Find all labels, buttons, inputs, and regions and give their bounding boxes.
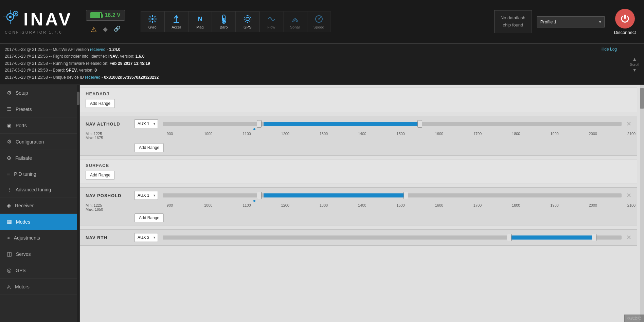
nav-poshold-aux-select[interactable]: AUX 1AUX 2AUX 3AUX 4 bbox=[135, 191, 158, 200]
sidebar-item-receiver[interactable]: ◈ Receiver bbox=[0, 197, 79, 214]
svg-text:N: N bbox=[198, 16, 202, 22]
sidebar-label-failsafe: Failsafe bbox=[15, 155, 32, 161]
nav-rth-left-handle[interactable] bbox=[507, 234, 512, 241]
battery-block: 16.2 V bbox=[86, 10, 125, 21]
flow-icon bbox=[267, 14, 276, 24]
sidebar-item-pid-tuning[interactable]: ≡ PID tuning bbox=[0, 166, 79, 182]
nav-althold-aux-select[interactable]: AUX 1AUX 2AUX 3AUX 4 bbox=[135, 119, 158, 128]
scroll-area: ▲ Scroll ▼ bbox=[630, 56, 639, 73]
content-scrollbar[interactable] bbox=[640, 85, 644, 322]
nav-poshold-position-indicator bbox=[253, 200, 255, 202]
modes-icon: ▦ bbox=[7, 219, 12, 225]
dataflash-area: No dataflash chip found bbox=[494, 10, 532, 33]
sidebar: ⚙ Setup ☰ Presets ◉ Ports ⚙ Configuratio… bbox=[0, 85, 80, 322]
svg-point-16 bbox=[151, 18, 154, 20]
sidebar-item-gps[interactable]: ◎ GPS bbox=[0, 262, 79, 279]
disconnect-label: Disconnect bbox=[614, 30, 636, 35]
nav-rth-name: NAV RTH bbox=[86, 235, 130, 240]
sensor-tab-flow[interactable]: Flow bbox=[260, 11, 283, 32]
battery-area: 16.2 V ⚠ ◆ 🔗 bbox=[86, 10, 125, 34]
surface-add-range-button[interactable]: Add Range bbox=[86, 171, 115, 179]
accel-icon bbox=[172, 14, 181, 24]
nav-althold-slider[interactable] bbox=[163, 119, 622, 128]
sensor-tab-speed[interactable]: Speed bbox=[307, 11, 331, 32]
nav-poshold-section: NAV POSHOLD AUX 1AUX 2AUX 3AUX 4 ✕ bbox=[80, 187, 637, 226]
nav-poshold-ruler: 900 1000 1100 1200 1300 1400 1500 1600 1… bbox=[170, 203, 631, 211]
adjustments-icon: ≈ bbox=[7, 235, 10, 241]
nav-althold-left-handle[interactable] bbox=[257, 120, 262, 128]
nav-rth-slider[interactable] bbox=[163, 233, 622, 242]
nav-poshold-right-handle[interactable] bbox=[404, 192, 408, 199]
nav-althold-aux-select-wrap: AUX 1AUX 2AUX 3AUX 4 bbox=[135, 119, 158, 128]
sidebar-label-servos: Servos bbox=[16, 251, 31, 257]
nav-poshold-slider[interactable] bbox=[163, 191, 622, 200]
svg-point-25 bbox=[244, 16, 251, 22]
sensor-tab-accel[interactable]: Accel bbox=[164, 11, 188, 32]
nav-althold-right-handle[interactable] bbox=[417, 120, 422, 128]
speed-icon bbox=[314, 14, 324, 24]
logo-area: INAV CONFIGURATOR 1.7.0 bbox=[3, 9, 72, 34]
presets-icon: ☰ bbox=[7, 106, 12, 112]
nav-rth-aux-select[interactable]: AUX 1AUX 2AUX 3AUX 4 bbox=[135, 233, 158, 242]
sidebar-item-motors[interactable]: ◬ Motors bbox=[0, 279, 79, 295]
sidebar-item-adjustments[interactable]: ≈ Adjustments bbox=[0, 230, 79, 246]
nav-rth-delete-button[interactable]: ✕ bbox=[626, 234, 631, 241]
gps-sidebar-icon: ◎ bbox=[7, 267, 12, 273]
scroll-down-arrow[interactable]: ▼ bbox=[632, 67, 637, 73]
nav-poshold-add-range-button[interactable]: Add Range bbox=[135, 213, 164, 222]
nav-althold-delete-button[interactable]: ✕ bbox=[626, 121, 631, 127]
sensor-tab-gps[interactable]: GPS bbox=[236, 11, 260, 32]
motors-icon: ◬ bbox=[7, 283, 11, 290]
svg-point-31 bbox=[318, 18, 320, 20]
headadj-name: HEADADJ bbox=[86, 91, 130, 96]
sidebar-item-presets[interactable]: ☰ Presets bbox=[0, 101, 79, 117]
gyro-label: Gyro bbox=[148, 25, 157, 29]
sidebar-item-ports[interactable]: ◉ Ports bbox=[0, 117, 79, 134]
log-line-2: 2017-05-23 @ 21:25:56 -- Flight controll… bbox=[5, 53, 639, 60]
content: HEADADJ Add Range NAV ALTHOLD AUX 1AUX 2… bbox=[80, 85, 644, 322]
sidebar-label-motors: Motors bbox=[15, 284, 30, 289]
nav-althold-ruler: 900 1000 1100 1200 1300 1400 1500 1600 1… bbox=[170, 132, 631, 140]
sensor-tab-sonar[interactable]: Sonar bbox=[283, 11, 307, 32]
surface-name: SURFACE bbox=[86, 163, 130, 168]
sidebar-label-adjustments: Adjustments bbox=[14, 235, 40, 241]
sidebar-item-failsafe[interactable]: ⊕ Failsafe bbox=[0, 150, 79, 166]
svg-point-24 bbox=[246, 17, 249, 21]
sensor-tab-gyro[interactable]: Gyro bbox=[141, 11, 164, 32]
sidebar-label-presets: Presets bbox=[16, 107, 32, 112]
sidebar-label-modes: Modes bbox=[16, 219, 30, 225]
warning-icon[interactable]: ⚠ bbox=[91, 25, 97, 34]
log-line-1: 2017-05-23 @ 21:25:55 -- MultiWii API ve… bbox=[5, 46, 639, 53]
sidebar-item-modes[interactable]: ▦ Modes bbox=[0, 214, 79, 230]
headadj-add-range-button[interactable]: Add Range bbox=[86, 99, 115, 108]
watermark: 模友之吧 bbox=[624, 315, 644, 322]
hide-log-button[interactable]: Hide Log bbox=[601, 47, 617, 52]
sidebar-item-setup[interactable]: ⚙ Setup bbox=[0, 85, 79, 101]
log-line-4: 2017-05-23 @ 21:25:58 -- Board: SPEV, ve… bbox=[5, 67, 639, 74]
sidebar-item-configuration[interactable]: ⚙ Configuration bbox=[0, 134, 79, 150]
sensor-tab-baro[interactable]: Baro bbox=[212, 11, 236, 32]
profile-select-container: Profile 1 Profile 2 Profile 3 ▼ bbox=[537, 16, 605, 27]
sidebar-label-pid-tuning: PID tuning bbox=[14, 171, 36, 177]
nav-poshold-left-handle[interactable] bbox=[257, 192, 262, 199]
sensor-tab-mag[interactable]: N Mag bbox=[188, 11, 212, 32]
sidebar-item-servos[interactable]: ◫ Servos bbox=[0, 246, 79, 262]
profile-select[interactable]: Profile 1 Profile 2 Profile 3 bbox=[537, 16, 605, 27]
nav-poshold-delete-button[interactable]: ✕ bbox=[626, 192, 631, 198]
nav-althold-position-indicator bbox=[253, 128, 255, 130]
setup-icon: ⚙ bbox=[7, 90, 12, 96]
disconnect-button[interactable]: Disconnect bbox=[609, 7, 641, 37]
svg-point-23 bbox=[223, 21, 225, 23]
gyro-icon bbox=[148, 14, 157, 24]
sidebar-label-receiver: Receiver bbox=[15, 203, 34, 208]
nav-althold-section: NAV ALTHOLD AUX 1AUX 2AUX 3AUX 4 bbox=[80, 116, 637, 156]
dataflash-line1: No dataflash bbox=[501, 15, 525, 20]
nav-rth-right-handle[interactable] bbox=[592, 234, 596, 241]
scroll-up-arrow[interactable]: ▲ bbox=[632, 56, 637, 62]
nav-althold-add-range-button[interactable]: Add Range bbox=[135, 143, 164, 152]
sidebar-item-advanced-tuning[interactable]: ⋮ Advanced tuning bbox=[0, 182, 79, 197]
accel-label: Accel bbox=[172, 25, 181, 29]
failsafe-icon: ⊕ bbox=[7, 155, 11, 161]
sidebar-label-setup: Setup bbox=[16, 90, 28, 96]
diamond-icon: ◆ bbox=[103, 25, 108, 34]
